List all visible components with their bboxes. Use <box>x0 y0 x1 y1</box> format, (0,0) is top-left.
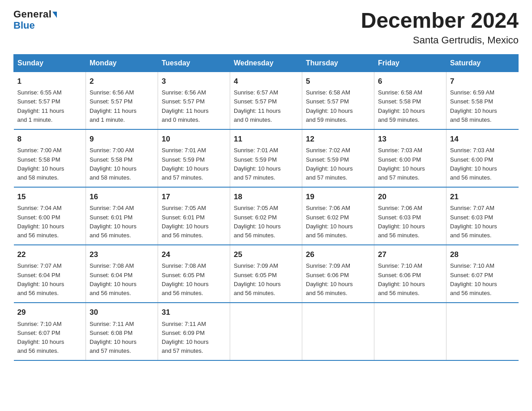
col-monday: Monday <box>86 54 158 72</box>
day-info: Sunrise: 7:04 AM Sunset: 6:01 PM Dayligh… <box>90 204 154 240</box>
day-number: 7 <box>450 76 515 87</box>
day-number: 19 <box>306 191 370 203</box>
day-number: 11 <box>234 133 298 145</box>
day-number: 20 <box>378 191 442 203</box>
day-cell: 9Sunrise: 7:00 AM Sunset: 5:58 PM Daylig… <box>86 129 158 187</box>
day-info: Sunrise: 7:00 AM Sunset: 5:58 PM Dayligh… <box>17 146 82 182</box>
logo-text: General <box>13 9 57 20</box>
day-info: Sunrise: 7:10 AM Sunset: 6:07 PM Dayligh… <box>17 320 82 356</box>
day-cell: 30Sunrise: 7:11 AM Sunset: 6:08 PM Dayli… <box>86 303 158 360</box>
day-number: 9 <box>90 133 154 145</box>
day-cell: 15Sunrise: 7:04 AM Sunset: 6:00 PM Dayli… <box>14 187 86 245</box>
day-info: Sunrise: 7:09 AM Sunset: 6:06 PM Dayligh… <box>306 261 370 298</box>
day-cell <box>230 303 302 360</box>
day-cell: 29Sunrise: 7:10 AM Sunset: 6:07 PM Dayli… <box>14 303 86 360</box>
day-info: Sunrise: 7:01 AM Sunset: 5:59 PM Dayligh… <box>162 146 226 182</box>
day-cell: 4Sunrise: 6:57 AM Sunset: 5:57 PM Daylig… <box>230 72 302 129</box>
day-cell <box>374 303 446 360</box>
day-cell: 28Sunrise: 7:10 AM Sunset: 6:07 PM Dayli… <box>446 245 519 303</box>
day-info: Sunrise: 7:05 AM Sunset: 6:02 PM Dayligh… <box>234 204 298 240</box>
day-cell: 21Sunrise: 7:07 AM Sunset: 6:03 PM Dayli… <box>446 187 519 245</box>
day-number: 21 <box>450 191 515 203</box>
day-info: Sunrise: 7:04 AM Sunset: 6:00 PM Dayligh… <box>17 204 82 240</box>
day-info: Sunrise: 7:08 AM Sunset: 6:04 PM Dayligh… <box>90 261 154 298</box>
day-info: Sunrise: 7:09 AM Sunset: 6:05 PM Dayligh… <box>234 261 298 298</box>
day-info: Sunrise: 6:57 AM Sunset: 5:57 PM Dayligh… <box>234 88 298 124</box>
week-row-2: 8Sunrise: 7:00 AM Sunset: 5:58 PM Daylig… <box>14 129 519 187</box>
day-cell: 17Sunrise: 7:05 AM Sunset: 6:01 PM Dayli… <box>158 187 230 245</box>
day-number: 2 <box>90 76 154 87</box>
day-number: 31 <box>162 307 226 318</box>
day-cell: 22Sunrise: 7:07 AM Sunset: 6:04 PM Dayli… <box>14 245 86 303</box>
day-cell: 23Sunrise: 7:08 AM Sunset: 6:04 PM Dayli… <box>86 245 158 303</box>
day-cell: 3Sunrise: 6:56 AM Sunset: 5:57 PM Daylig… <box>158 72 230 129</box>
day-number: 12 <box>306 133 370 145</box>
day-info: Sunrise: 7:03 AM Sunset: 6:00 PM Dayligh… <box>378 146 442 182</box>
calendar-title: December 2024 <box>361 9 519 33</box>
day-info: Sunrise: 7:10 AM Sunset: 6:06 PM Dayligh… <box>378 261 442 298</box>
day-number: 27 <box>378 249 442 261</box>
title-block: December 2024 Santa Gertrudis, Mexico <box>361 9 519 46</box>
day-cell: 5Sunrise: 6:58 AM Sunset: 5:57 PM Daylig… <box>302 72 374 129</box>
logo-blue-text: Blue <box>13 20 35 31</box>
day-info: Sunrise: 7:07 AM Sunset: 6:04 PM Dayligh… <box>17 261 82 298</box>
day-info: Sunrise: 7:00 AM Sunset: 5:58 PM Dayligh… <box>90 146 154 182</box>
day-number: 8 <box>17 133 82 145</box>
day-info: Sunrise: 7:10 AM Sunset: 6:07 PM Dayligh… <box>450 261 515 298</box>
day-cell: 6Sunrise: 6:58 AM Sunset: 5:58 PM Daylig… <box>374 72 446 129</box>
day-info: Sunrise: 7:08 AM Sunset: 6:05 PM Dayligh… <box>162 261 226 298</box>
day-cell: 1Sunrise: 6:55 AM Sunset: 5:57 PM Daylig… <box>14 72 86 129</box>
day-cell: 2Sunrise: 6:56 AM Sunset: 5:57 PM Daylig… <box>86 72 158 129</box>
week-row-4: 22Sunrise: 7:07 AM Sunset: 6:04 PM Dayli… <box>14 245 519 303</box>
day-number: 14 <box>450 133 515 145</box>
day-info: Sunrise: 7:05 AM Sunset: 6:01 PM Dayligh… <box>162 204 226 240</box>
day-cell: 26Sunrise: 7:09 AM Sunset: 6:06 PM Dayli… <box>302 245 374 303</box>
day-info: Sunrise: 6:56 AM Sunset: 5:57 PM Dayligh… <box>162 88 226 124</box>
day-info: Sunrise: 7:06 AM Sunset: 6:03 PM Dayligh… <box>378 204 442 240</box>
day-number: 28 <box>450 249 515 261</box>
day-number: 3 <box>162 76 226 87</box>
day-cell: 18Sunrise: 7:05 AM Sunset: 6:02 PM Dayli… <box>230 187 302 245</box>
calendar-subtitle: Santa Gertrudis, Mexico <box>361 34 519 46</box>
day-number: 29 <box>17 307 82 318</box>
day-info: Sunrise: 7:03 AM Sunset: 6:00 PM Dayligh… <box>450 146 515 182</box>
day-info: Sunrise: 7:06 AM Sunset: 6:02 PM Dayligh… <box>306 204 370 240</box>
day-number: 13 <box>378 133 442 145</box>
day-cell: 16Sunrise: 7:04 AM Sunset: 6:01 PM Dayli… <box>86 187 158 245</box>
day-number: 6 <box>378 76 442 87</box>
day-cell: 19Sunrise: 7:06 AM Sunset: 6:02 PM Dayli… <box>302 187 374 245</box>
day-info: Sunrise: 6:59 AM Sunset: 5:58 PM Dayligh… <box>450 88 515 124</box>
day-cell: 8Sunrise: 7:00 AM Sunset: 5:58 PM Daylig… <box>14 129 86 187</box>
day-info: Sunrise: 6:55 AM Sunset: 5:57 PM Dayligh… <box>17 88 82 124</box>
col-thursday: Thursday <box>302 54 374 72</box>
day-cell: 13Sunrise: 7:03 AM Sunset: 6:00 PM Dayli… <box>374 129 446 187</box>
day-cell: 31Sunrise: 7:11 AM Sunset: 6:09 PM Dayli… <box>158 303 230 360</box>
week-row-3: 15Sunrise: 7:04 AM Sunset: 6:00 PM Dayli… <box>14 187 519 245</box>
day-number: 30 <box>90 307 154 318</box>
day-cell: 7Sunrise: 6:59 AM Sunset: 5:58 PM Daylig… <box>446 72 519 129</box>
day-info: Sunrise: 6:58 AM Sunset: 5:57 PM Dayligh… <box>306 88 370 124</box>
col-tuesday: Tuesday <box>158 54 230 72</box>
day-cell: 14Sunrise: 7:03 AM Sunset: 6:00 PM Dayli… <box>446 129 519 187</box>
day-number: 15 <box>17 191 82 203</box>
day-info: Sunrise: 7:02 AM Sunset: 5:59 PM Dayligh… <box>306 146 370 182</box>
day-number: 23 <box>90 249 154 261</box>
day-cell <box>446 303 519 360</box>
day-cell: 24Sunrise: 7:08 AM Sunset: 6:05 PM Dayli… <box>158 245 230 303</box>
day-cell <box>302 303 374 360</box>
day-number: 16 <box>90 191 154 203</box>
column-headers-row: Sunday Monday Tuesday Wednesday Thursday… <box>14 54 519 72</box>
day-cell: 27Sunrise: 7:10 AM Sunset: 6:06 PM Dayli… <box>374 245 446 303</box>
day-cell: 25Sunrise: 7:09 AM Sunset: 6:05 PM Dayli… <box>230 245 302 303</box>
page-header: General Blue December 2024 Santa Gertrud… <box>13 9 519 46</box>
day-number: 25 <box>234 249 298 261</box>
logo: General Blue <box>13 9 57 31</box>
col-wednesday: Wednesday <box>230 54 302 72</box>
day-number: 17 <box>162 191 226 203</box>
day-cell: 12Sunrise: 7:02 AM Sunset: 5:59 PM Dayli… <box>302 129 374 187</box>
day-info: Sunrise: 7:07 AM Sunset: 6:03 PM Dayligh… <box>450 204 515 240</box>
day-cell: 10Sunrise: 7:01 AM Sunset: 5:59 PM Dayli… <box>158 129 230 187</box>
day-number: 26 <box>306 249 370 261</box>
day-info: Sunrise: 7:11 AM Sunset: 6:09 PM Dayligh… <box>162 320 226 356</box>
day-number: 1 <box>17 76 82 87</box>
